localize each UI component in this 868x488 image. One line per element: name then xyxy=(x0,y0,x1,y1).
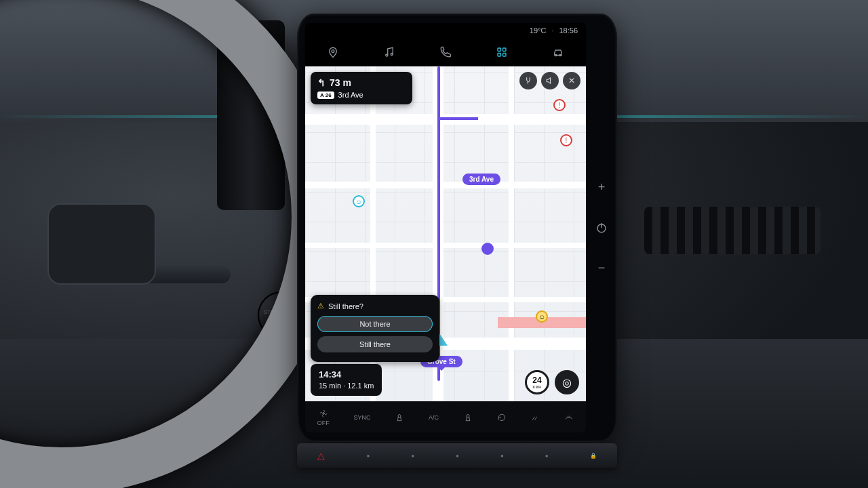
eta-distance: 12.1 km xyxy=(347,382,374,390)
turn-street: 3rd Ave xyxy=(338,91,363,99)
svg-rect-8 xyxy=(502,53,506,56)
hazard-pin[interactable]: ! xyxy=(560,134,572,146)
seat-heat-icon xyxy=(395,413,404,422)
hazard-prompt: Still there? Not there Still there xyxy=(311,295,439,362)
airflow-icon xyxy=(530,413,540,422)
prompt-option-still-there[interactable]: Still there xyxy=(317,336,433,352)
climate-airflow-button[interactable] xyxy=(530,413,540,422)
svg-rect-7 xyxy=(498,53,501,56)
eta-arrival-time: 14:34 xyxy=(319,369,374,381)
map-pin-icon xyxy=(327,46,339,58)
physical-button[interactable]: ● xyxy=(456,453,459,459)
top-nav-bar xyxy=(305,38,586,66)
climate-off-label: OFF xyxy=(317,420,330,426)
street-label-current: 3rd Ave xyxy=(462,174,500,185)
climate-seat-right-button[interactable] xyxy=(463,413,473,422)
wazer-pin[interactable] xyxy=(481,243,494,255)
climate-bar: OFF SYNC A/C xyxy=(305,401,586,432)
road xyxy=(509,66,514,401)
phone-icon xyxy=(439,46,452,58)
recirculation-icon xyxy=(497,413,507,422)
turn-arrow-icon: ↰ xyxy=(317,77,326,88)
nav-phone-button[interactable] xyxy=(429,38,462,66)
mute-button[interactable] xyxy=(541,72,559,89)
speaker-icon xyxy=(545,76,555,85)
music-note-icon xyxy=(383,46,395,58)
wazer-pin[interactable]: ☺ xyxy=(353,195,365,207)
road xyxy=(305,243,586,248)
nav-vehicle-button[interactable] xyxy=(542,38,574,66)
road xyxy=(305,182,586,188)
road-badge: A 26 xyxy=(317,92,334,99)
physical-button[interactable]: ● xyxy=(500,453,504,459)
physical-button[interactable]: ● xyxy=(366,453,370,459)
clock: 18:56 xyxy=(559,26,578,35)
climate-seat-left-button[interactable] xyxy=(395,413,404,422)
defrost-icon xyxy=(564,413,574,422)
climate-ac-label: A/C xyxy=(429,414,439,421)
turn-distance: 73 m xyxy=(330,77,351,88)
physical-button-row: △ ● ● ● ● ● 🔒 xyxy=(297,443,617,468)
eta-panel[interactable]: 14:34 15 min · 12.1 km xyxy=(311,364,382,396)
outside-temperature: 19°C xyxy=(530,26,547,35)
svg-point-4 xyxy=(391,53,393,55)
prompt-question: Still there? xyxy=(317,302,433,310)
speed-value: 24 xyxy=(532,375,541,385)
speed-unit: KMH xyxy=(533,385,542,389)
climate-recirc-button[interactable] xyxy=(497,413,507,422)
nav-music-button[interactable] xyxy=(373,38,406,66)
eta-duration: 15 min xyxy=(319,382,341,390)
svg-rect-5 xyxy=(498,48,501,52)
report-pin[interactable]: ☺ xyxy=(536,310,548,323)
physical-button[interactable]: ● xyxy=(411,453,414,459)
hazard-pin[interactable]: ! xyxy=(553,99,566,111)
svg-rect-6 xyxy=(502,48,506,52)
fan-icon xyxy=(319,409,328,418)
prompt-option-not-there[interactable]: Not there xyxy=(317,316,433,332)
turn-instruction-card: ↰ 73 m A 26 3rd Ave xyxy=(311,72,412,104)
side-hardware-controls: + − xyxy=(591,180,612,275)
infotainment-bezel: + − 19°C · 18:56 xyxy=(297,14,617,442)
power-button[interactable] xyxy=(595,222,608,234)
recenter-button[interactable]: ◎ xyxy=(555,370,579,394)
car-icon xyxy=(552,46,564,58)
close-nav-button[interactable]: ✕ xyxy=(563,72,580,89)
nav-location-button[interactable] xyxy=(317,38,349,66)
svg-point-2 xyxy=(332,49,335,52)
map-controls: ✕ xyxy=(519,72,580,89)
seat-heat-icon xyxy=(463,413,473,422)
volume-up-button[interactable]: + xyxy=(598,180,606,195)
steering-hub xyxy=(47,203,156,285)
svg-point-11 xyxy=(323,412,324,413)
volume-down-button[interactable]: − xyxy=(598,261,606,275)
branch-icon xyxy=(524,76,533,85)
status-bar: 19°C · 18:56 xyxy=(305,23,586,38)
svg-point-3 xyxy=(386,54,388,56)
alt-routes-button[interactable] xyxy=(519,72,537,89)
hazard-lights-button[interactable]: △ xyxy=(317,450,325,461)
nav-apps-button[interactable] xyxy=(486,38,518,66)
climate-sync-button[interactable]: SYNC xyxy=(354,414,371,421)
climate-sync-label: SYNC xyxy=(354,414,371,421)
physical-button[interactable]: ● xyxy=(545,453,549,459)
apps-grid-icon xyxy=(496,46,508,58)
climate-fan-button[interactable]: OFF xyxy=(317,409,330,426)
air-vent-right xyxy=(644,207,821,254)
status-separator: · xyxy=(551,26,553,35)
climate-defrost-button[interactable] xyxy=(564,413,574,422)
climate-ac-button[interactable]: A/C xyxy=(429,414,439,421)
speed-indicator: 24 KMH xyxy=(525,370,549,394)
infotainment-screen: 19°C · 18:56 xyxy=(305,23,586,432)
navigation-map[interactable]: 3rd Ave Grove St ! ! ☺ ☺ ↰ 73 m A 26 3rd… xyxy=(305,66,586,401)
lock-button[interactable]: 🔒 xyxy=(590,453,597,459)
